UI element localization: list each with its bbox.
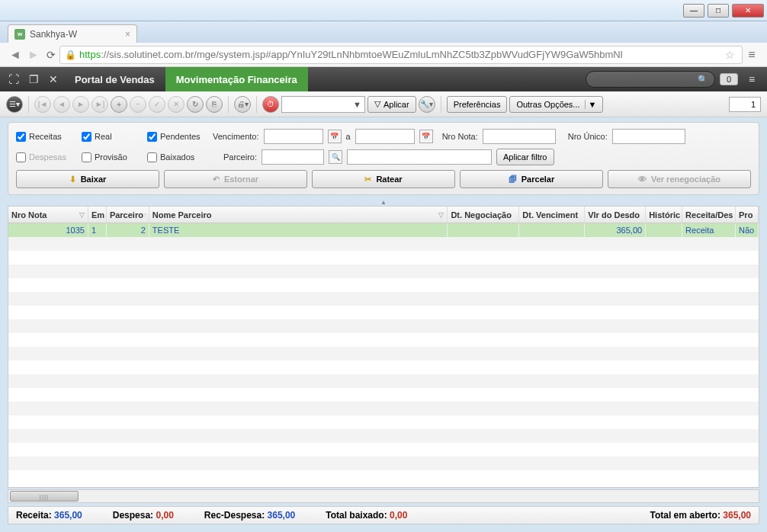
- col-nro-nota[interactable]: Nro Nota▽: [8, 207, 88, 223]
- outras-opcoes-button[interactable]: Outras Opções...▼: [509, 96, 603, 113]
- undo-icon: ↶: [213, 175, 220, 184]
- add-button[interactable]: ＋: [111, 96, 127, 113]
- tab-close-icon[interactable]: ×: [125, 29, 130, 40]
- filter-icon[interactable]: ▽: [79, 211, 85, 219]
- sort-icon[interactable]: ↑: [143, 211, 147, 219]
- address-bar: ◄ ► ⟳ 🔒 https ://sis.solutinet.com.br/mg…: [0, 43, 767, 67]
- cell-nome-parceiro[interactable]: TESTE: [149, 223, 448, 237]
- windows-icon[interactable]: ❐: [24, 70, 43, 88]
- parcelar-button[interactable]: 🗐Parcelar: [460, 170, 603, 188]
- nav-prev-button[interactable]: ◄: [53, 96, 70, 113]
- lookup-icon[interactable]: 🔍: [329, 150, 342, 164]
- ratear-button[interactable]: ✂Ratear: [312, 170, 455, 188]
- nav-back-button[interactable]: ◄: [6, 48, 24, 62]
- bookmark-star-icon[interactable]: ☆: [722, 49, 737, 61]
- baixados-checkbox[interactable]: Baixados: [147, 152, 208, 162]
- vencimento-ate-input[interactable]: [355, 129, 415, 144]
- status-receita: Receita: 365,00: [16, 510, 82, 521]
- cancel-round-button[interactable]: ✕: [168, 96, 185, 113]
- col-dt-vencimento[interactable]: Dt. Venciment: [519, 207, 585, 223]
- nro-nota-input[interactable]: [483, 129, 556, 144]
- remove-button[interactable]: −: [130, 96, 146, 113]
- expand-toggle[interactable]: ▲: [0, 198, 767, 206]
- menu-round-button[interactable]: ☰▾: [6, 96, 23, 113]
- pendentes-checkbox[interactable]: Pendentes: [147, 132, 208, 142]
- cell-parceiro[interactable]: 2: [107, 223, 149, 237]
- table-row: [8, 415, 759, 429]
- app-menu-button[interactable]: ≡: [743, 70, 761, 88]
- cell-vlr[interactable]: 365,00: [585, 223, 646, 237]
- preferencias-button[interactable]: Preferências: [447, 96, 508, 113]
- cell-rec[interactable]: Receita: [682, 223, 736, 237]
- nav-forward-button[interactable]: ►: [24, 48, 43, 62]
- col-em[interactable]: Em: [88, 207, 107, 223]
- settings-button[interactable]: 🔧▾: [419, 96, 435, 113]
- fullscreen-icon[interactable]: ⛶: [5, 70, 23, 88]
- table-row[interactable]: 1035 1 2 TESTE 365,00 Receita Não: [8, 223, 759, 237]
- cell-em[interactable]: 1: [88, 223, 107, 237]
- notification-count[interactable]: 0: [720, 73, 738, 85]
- aplicar-button[interactable]: ▽Aplicar: [367, 96, 416, 113]
- close-tab-icon[interactable]: ✕: [44, 70, 63, 88]
- calendar-icon[interactable]: 📅: [328, 130, 342, 143]
- col-historico[interactable]: Históric: [646, 207, 682, 223]
- status-total-baixado: Total baixado: 0,00: [326, 510, 407, 521]
- nro-unico-input[interactable]: [612, 129, 685, 144]
- parceiro-label: Parceiro:: [223, 152, 257, 162]
- ver-renegociacao-button[interactable]: 👁Ver renegociação: [608, 170, 751, 188]
- parceiro-name-input[interactable]: [347, 149, 492, 165]
- scrollbar-thumb[interactable]: ||||: [10, 491, 79, 502]
- provisao-checkbox[interactable]: Provisão: [82, 152, 143, 162]
- window-minimize-button[interactable]: —: [683, 4, 704, 18]
- despesas-checkbox[interactable]: Despesas: [16, 152, 77, 162]
- vencimento-de-input[interactable]: [264, 129, 323, 144]
- print-button[interactable]: 🖨▾: [234, 96, 251, 113]
- baixar-button[interactable]: ⬇Baixar: [16, 170, 159, 188]
- calendar-icon[interactable]: 📅: [419, 130, 433, 143]
- col-parceiro[interactable]: Parceiro↑: [107, 207, 149, 223]
- cell-pro[interactable]: Não: [736, 223, 759, 237]
- col-nome-parceiro[interactable]: Nome Parceiro▽: [149, 207, 448, 223]
- aplicar-filtro-button[interactable]: Aplicar filtro: [496, 149, 554, 165]
- table-body: 1035 1 2 TESTE 365,00 Receita Não: [8, 223, 759, 487]
- receitas-checkbox[interactable]: Receitas: [16, 132, 77, 142]
- split-icon: ✂: [364, 175, 371, 184]
- window-close-button[interactable]: ✕: [732, 4, 764, 18]
- lock-icon: 🔒: [65, 50, 76, 60]
- table-row: [8, 470, 759, 484]
- browser-tab[interactable]: w Sankhya-W ×: [8, 24, 137, 43]
- browser-menu-button[interactable]: ≡: [743, 48, 761, 62]
- copy-button[interactable]: ⎘: [206, 96, 223, 113]
- col-vlr-desdo[interactable]: Vlr do Desdo: [585, 207, 646, 223]
- real-checkbox[interactable]: Real: [82, 132, 143, 142]
- col-pro[interactable]: Pro: [736, 207, 759, 223]
- alert-button[interactable]: ⏱: [262, 96, 279, 113]
- table-header: Nro Nota▽ Em Parceiro↑ Nome Parceiro▽ Dt…: [8, 207, 759, 223]
- app-search-input[interactable]: 🔍: [586, 71, 715, 88]
- parceiro-code-input[interactable]: [262, 149, 324, 165]
- divider: [28, 96, 29, 113]
- page-number-input[interactable]: 1: [729, 97, 761, 112]
- cell-nro-nota[interactable]: 1035: [8, 223, 88, 237]
- divider: [228, 96, 229, 113]
- confirm-button[interactable]: ✓: [149, 96, 165, 113]
- nav-last-button[interactable]: ►|: [91, 96, 108, 113]
- filter-combo[interactable]: ▼: [281, 96, 365, 113]
- filter-icon[interactable]: ▽: [438, 211, 444, 219]
- app-toolbar: ⛶ ❐ ✕ Portal de Vendas Movimentação Fina…: [0, 67, 767, 91]
- col-receita-despesa[interactable]: Receita/Des: [682, 207, 736, 223]
- col-dt-negociacao[interactable]: Dt. Negociação: [448, 207, 519, 223]
- estornar-button[interactable]: ↶Estornar: [164, 170, 307, 188]
- cell-dt-neg: [448, 223, 519, 237]
- url-input[interactable]: 🔒 https ://sis.solutinet.com.br/mge/syst…: [59, 46, 743, 64]
- status-rec-despesa: Rec-Despesa: 365,00: [204, 510, 295, 521]
- reload-button[interactable]: ⟳: [43, 49, 59, 61]
- tab-portal-vendas[interactable]: Portal de Vendas: [64, 67, 165, 91]
- tab-movimentacao-financeira[interactable]: Movimentação Financeira: [165, 67, 308, 91]
- horizontal-scrollbar[interactable]: ||||: [8, 489, 759, 503]
- nav-first-button[interactable]: |◄: [34, 96, 51, 113]
- refresh-button[interactable]: ↻: [187, 96, 204, 113]
- nav-next-button[interactable]: ►: [72, 96, 89, 113]
- window-maximize-button[interactable]: □: [708, 4, 729, 18]
- chevron-up-icon: ▲: [380, 199, 387, 206]
